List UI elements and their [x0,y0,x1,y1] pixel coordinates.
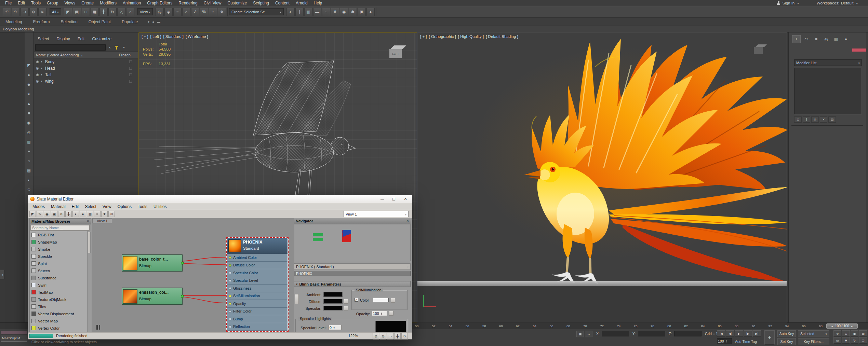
browser-list-item[interactable]: Substance [30,274,87,281]
slot-input-socket[interactable] [229,326,231,328]
window-title-bar[interactable]: Slate Material Editor [28,195,412,203]
opacity-spinner[interactable]: 100 [372,311,387,316]
explorer-search-input[interactable] [35,44,106,51]
zoom-out-icon[interactable]: ⊖ [380,333,386,340]
spinner-snap-icon[interactable]: ↕ [209,8,217,16]
material-slot[interactable]: Bump [227,315,288,323]
render-production-icon[interactable]: ● [366,8,375,16]
navigator-header[interactable]: Navigator [294,218,411,224]
undo-icon[interactable]: ↶ [3,8,11,16]
next-frame-arrow-icon[interactable] [851,324,853,328]
frozen-column-header[interactable]: Frozen [119,53,131,57]
previous-frame-arrow-icon[interactable] [831,324,833,328]
display-groups-icon[interactable]: ◎ [26,129,32,136]
auto-key-button[interactable]: Auto Key [777,330,796,337]
named-selection-sets-dropdown[interactable]: Create Selection Se [229,8,284,15]
bind-to-space-warp-icon[interactable]: ≈ [38,8,46,16]
viewport-label-segment[interactable]: [ Wireframe ] [186,34,208,39]
slot-input-socket[interactable] [229,287,231,290]
column-options-icon[interactable] [121,45,126,50]
selection-filter-dropdown[interactable]: All [50,8,61,15]
motion-tab-icon[interactable]: ◎ [822,35,830,43]
sort-icon[interactable]: ≡ [26,148,32,155]
editor-menu-item[interactable]: Edit [69,204,82,209]
angle-snap-icon[interactable]: ∠ [191,8,199,16]
rendered-frame-window-icon[interactable]: ▣ [358,8,366,16]
editor-menu-item[interactable]: View [99,204,115,209]
minimize-button[interactable] [376,195,388,203]
menu-item[interactable]: Tools [28,1,44,5]
material-slot[interactable]: Specular Color [227,269,288,277]
viewport-label-segment[interactable]: [ + ] [420,34,427,39]
y-coordinate-field[interactable] [638,331,665,336]
absolute-offset-toggle[interactable]: ↔ [585,331,592,337]
material-slot[interactable]: Glossiness [227,285,288,292]
utilities-tab-icon[interactable]: ✦ [842,35,850,43]
remove-modifier-button[interactable]: ✕ [820,116,827,123]
material-slot[interactable]: Diffuse Color [227,262,288,269]
maxscript-mini-listener[interactable]: MAXScript M... [1,335,27,342]
scene-object-row[interactable]: ◉ ● wing [34,78,138,84]
add-time-tag[interactable]: Add Time Tag [735,340,757,344]
explorer-menu-item[interactable]: Select [34,37,53,41]
menu-item[interactable]: Create [78,1,97,5]
use-center-icon[interactable]: ◎ [156,8,164,16]
zoom-extents-selected-icon[interactable]: ▣ [851,330,858,337]
select-and-scale-icon[interactable]: △ [117,8,125,16]
assign-material-to-selection-icon[interactable]: ▣ [51,211,57,217]
curve-editor-icon[interactable]: ~ [322,8,330,16]
set-key-button[interactable]: Set Key [777,338,796,345]
unlink-selection-icon[interactable]: ⊘ [29,8,38,16]
navigator-minimap[interactable] [294,224,411,261]
material-slot[interactable]: Opacity [227,300,288,308]
hide-unused-nodeslots-icon[interactable]: ◐ [72,211,79,217]
display-lights-icon[interactable]: ★ [26,91,32,97]
edit-named-selection-sets-icon[interactable]: ❖ [218,8,226,16]
material-editor-icon[interactable]: ◉ [340,8,348,16]
menu-item[interactable]: Rendering [175,1,200,5]
slot-input-socket[interactable] [229,295,231,297]
display-tab-icon[interactable]: ▥ [832,35,840,43]
set-keys-button[interactable] [764,330,775,345]
layout-all-vertical-icon[interactable]: ≡ [94,211,101,217]
menu-item[interactable]: Modifiers [97,1,120,5]
viewport-label-segment[interactable]: [ Default Shading ] [486,34,518,39]
frozen-toggle[interactable] [129,67,132,70]
editor-menu-item[interactable]: Modes [29,204,48,209]
viewport-label-segment[interactable]: [ Standard ] [163,34,183,39]
layer-explorer-icon[interactable]: ▥ [304,8,312,16]
visibility-eye-icon[interactable]: ◉ [36,66,41,70]
toggle-ribbon-icon[interactable]: ▬ [313,8,321,16]
menu-item[interactable]: Group [44,1,61,5]
frozen-toggle[interactable] [129,80,132,83]
reference-coordinate-system-dropdown[interactable]: View [137,8,153,15]
ribbon-minimize-icon[interactable]: ▬ [157,20,160,24]
material-node-phoenix[interactable]: PHOENIX Standard Ambient Color Diffuse C… [227,238,288,331]
spinner-arrows-icon[interactable] [725,340,728,343]
visibility-eye-icon[interactable]: ◉ [36,79,41,83]
diffuse-map-button[interactable] [344,299,348,304]
slot-input-socket[interactable] [229,318,231,320]
ribbon-tab[interactable]: Populate [116,18,143,26]
mirror-icon[interactable]: ◐ [286,8,295,16]
show-end-result-button[interactable]: ∥ [803,116,810,123]
slot-input-socket[interactable] [229,256,231,259]
editor-menu-item[interactable]: Options [115,204,135,209]
editor-menu-item[interactable]: Utilities [150,204,170,209]
macro-recorder-pane[interactable] [1,331,27,334]
key-filters-button[interactable]: Key Filters... [798,338,829,345]
parameter-material-selector[interactable]: PHOENIX ( Standard ) [294,263,411,270]
browser-list-item[interactable]: Vector Map [30,317,87,324]
right-viewport[interactable]: [ + ][ Orthographic ][ High Quality ][ D… [417,32,787,322]
close-button[interactable] [400,195,411,203]
ribbon-tab[interactable]: Modeling [0,18,28,26]
scrollbar-thumb[interactable] [88,232,91,253]
select-object-icon[interactable]: ◤ [64,8,72,16]
select-and-place-icon[interactable]: ⌂ [126,8,134,16]
self-illumination-map-button[interactable] [391,298,395,303]
browser-list-item[interactable]: Swirl [30,281,87,289]
display-shapes-icon[interactable]: ◆ [26,81,32,88]
rectangular-selection-region-icon[interactable]: □ [82,8,90,16]
configure-modifier-sets-button[interactable]: ▤ [828,116,836,123]
move-children-icon[interactable]: ╋ [65,211,72,217]
